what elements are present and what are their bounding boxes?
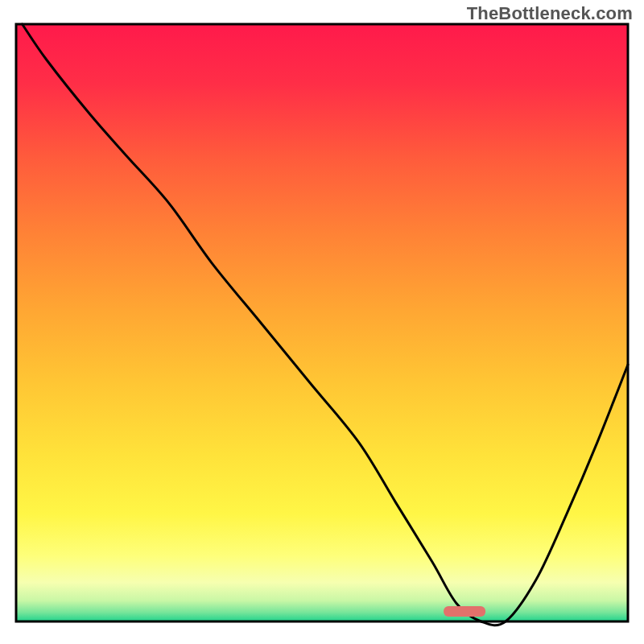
plot-background <box>16 24 628 621</box>
bottleneck-chart <box>0 0 644 644</box>
optimal-marker <box>444 606 485 617</box>
